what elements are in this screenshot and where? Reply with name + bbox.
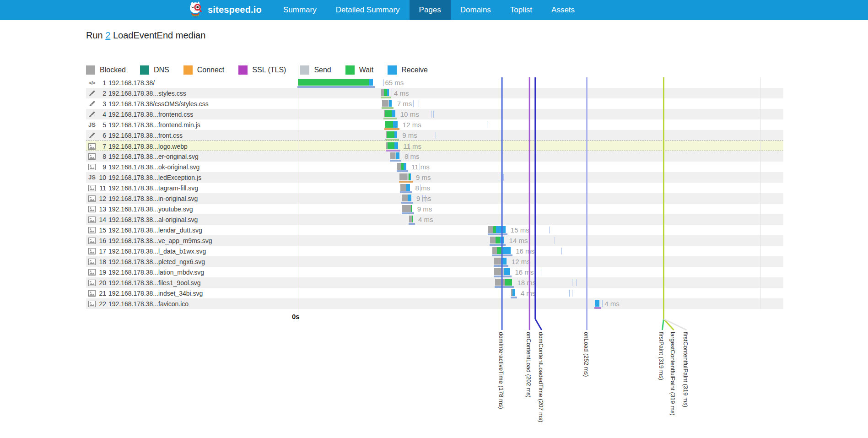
request-total-time: 9 ms bbox=[402, 131, 417, 139]
bar-segment-receive[interactable] bbox=[392, 110, 395, 117]
request-total-time: 15 ms bbox=[511, 226, 529, 234]
bar-segment-blocked[interactable] bbox=[400, 184, 406, 191]
bar-segment-receive[interactable] bbox=[496, 226, 506, 233]
event-tick bbox=[561, 248, 562, 254]
request-url: 192.168.178.38/ bbox=[108, 79, 155, 87]
bar-segment-receive[interactable] bbox=[504, 268, 510, 275]
image-icon bbox=[87, 195, 97, 202]
request-row-6[interactable]: 6192.168.178.38...front.css9 ms bbox=[86, 130, 783, 141]
event-tick bbox=[413, 100, 414, 107]
request-row-1[interactable]: </>1192.168.178.38/65 ms bbox=[86, 77, 783, 88]
bar-segment-blocked[interactable] bbox=[390, 152, 395, 159]
blocked-swatch-icon bbox=[86, 65, 95, 75]
bar-segment-receive[interactable] bbox=[410, 173, 411, 180]
request-row-13[interactable]: 13192.168.178.38...youtube.svg9 ms bbox=[86, 204, 783, 214]
bar-segment-blocked[interactable] bbox=[492, 247, 497, 254]
waterfall-chart: </>1192.168.178.38/65 ms2192.168.178.38.… bbox=[86, 77, 783, 438]
bar-segment-wait[interactable] bbox=[412, 216, 413, 222]
wait-swatch-icon bbox=[345, 65, 355, 75]
bar-segment-blocked[interactable] bbox=[490, 237, 496, 243]
request-row-7[interactable]: 7192.168.178.38...logo.webp11 ms bbox=[86, 141, 783, 151]
bar-segment-wait[interactable] bbox=[385, 110, 392, 117]
request-row-16[interactable]: 16192.168.178.38...ve_app_m9ms.svg14 ms bbox=[86, 235, 783, 246]
request-url: 192.168.178.38/cssOMS/styles.css bbox=[108, 100, 209, 108]
bar-segment-wait[interactable] bbox=[387, 131, 394, 138]
request-row-18[interactable]: 18192.168.178.38...pleted_ngx6.svg12 ms bbox=[86, 256, 783, 267]
request-number: 20 bbox=[97, 279, 106, 287]
bar-segment-receive[interactable] bbox=[406, 184, 410, 191]
request-row-19[interactable]: 19192.168.178.38...lation_mbdv.svg16 ms bbox=[86, 267, 783, 277]
bar-segment-blocked[interactable] bbox=[402, 195, 408, 201]
bar-segment-wait[interactable] bbox=[497, 247, 502, 254]
bar-segment-wait[interactable] bbox=[385, 121, 393, 128]
request-row-9[interactable]: 9192.168.178.38...ok-original.svg11 ms bbox=[86, 162, 783, 172]
bar-segment-receive[interactable] bbox=[502, 247, 511, 254]
content-type-underline-svg bbox=[488, 233, 507, 235]
bar-segment-receive[interactable] bbox=[501, 258, 507, 265]
request-row-3[interactable]: 3192.168.178.38/cssOMS/styles.css7 ms bbox=[86, 98, 783, 109]
content-type-underline-svg bbox=[390, 160, 401, 162]
nav-item-summary[interactable]: Summary bbox=[274, 0, 326, 20]
bar-segment-blocked[interactable] bbox=[399, 173, 408, 180]
bar-segment-blocked[interactable] bbox=[488, 226, 493, 233]
nav-item-domains[interactable]: Domains bbox=[451, 0, 501, 20]
bar-segment-wait[interactable] bbox=[505, 279, 512, 286]
brand-name: sitespeed.io bbox=[208, 5, 262, 15]
bar-segment-wait[interactable] bbox=[384, 89, 388, 96]
bar-segment-receive[interactable] bbox=[512, 289, 515, 296]
request-row-15[interactable]: 15192.168.178.38...lendar_dutt.svg15 ms bbox=[86, 225, 783, 235]
bar-segment-blocked[interactable] bbox=[495, 279, 505, 286]
bar-segment-blocked[interactable] bbox=[397, 163, 401, 170]
image-icon bbox=[87, 238, 97, 244]
bar-segment-receive[interactable] bbox=[500, 237, 504, 243]
request-url: 192.168.178.38...tagram-fill.svg bbox=[108, 184, 198, 192]
request-row-4[interactable]: 4192.168.178.38...frontend.css10 ms bbox=[86, 109, 783, 119]
nav-item-detailed-summary[interactable]: Detailed Summary bbox=[326, 0, 410, 20]
bar-segment-blocked[interactable] bbox=[494, 268, 503, 275]
request-row-20[interactable]: 20192.168.178.38...files1_9ool.svg18 ms bbox=[86, 277, 783, 288]
request-row-12[interactable]: 12192.168.178.38...in-original.svg9 ms bbox=[86, 193, 783, 204]
bar-segment-blocked[interactable] bbox=[494, 258, 501, 265]
bar-segment-receive[interactable] bbox=[396, 152, 399, 159]
request-number: 4 bbox=[97, 111, 106, 118]
request-row-22[interactable]: 22192.168.178.38...favicon.ico4 ms bbox=[86, 298, 783, 309]
bar-segment-wait[interactable] bbox=[298, 79, 369, 86]
bar-segment-receive[interactable] bbox=[394, 142, 398, 149]
bar-segment-receive[interactable] bbox=[408, 195, 411, 201]
content-type-underline-svg bbox=[495, 286, 514, 288]
bar-segment-receive[interactable] bbox=[369, 79, 373, 86]
run-number-link[interactable]: 2 bbox=[105, 30, 110, 40]
request-row-11[interactable]: 11192.168.178.38...tagram-fill.svg8 ms bbox=[86, 183, 783, 193]
bar-segment-wait[interactable] bbox=[496, 237, 500, 243]
request-label: 4192.168.178.38...frontend.css bbox=[87, 109, 193, 119]
waterfall-legend: BlockedDNSConnectSSL (TLS)SendWaitReceiv… bbox=[86, 65, 783, 75]
request-row-2[interactable]: 2192.168.178.38...styles.css4 ms bbox=[86, 88, 783, 98]
metric-label-oncontentload: onContentLoad (202 ms) bbox=[525, 332, 532, 398]
nav-item-assets[interactable]: Assets bbox=[542, 0, 584, 20]
request-row-10[interactable]: JS10192.168.178.38...ledException.js9 ms bbox=[86, 172, 783, 183]
bar-segment-receive[interactable] bbox=[389, 100, 392, 107]
request-label: 6192.168.178.38...front.css bbox=[87, 130, 183, 141]
brand[interactable]: sitespeed.io bbox=[187, 0, 274, 20]
bar-segment-receive[interactable] bbox=[595, 300, 599, 307]
bar-segment-wait[interactable] bbox=[411, 205, 412, 212]
image-icon bbox=[87, 206, 97, 212]
request-row-21[interactable]: 21192.168.178.38...indset_34bi.svg4 ms bbox=[86, 288, 783, 298]
nav-item-pages[interactable]: Pages bbox=[410, 0, 451, 20]
bar-segment-wait[interactable] bbox=[388, 142, 394, 149]
request-url: 192.168.178.38...front.css bbox=[108, 132, 183, 139]
nav-item-toplist[interactable]: Toplist bbox=[501, 0, 542, 20]
event-tick bbox=[569, 290, 570, 297]
request-row-5[interactable]: JS5192.168.178.38...frontend.min.js12 ms bbox=[86, 119, 783, 130]
request-row-17[interactable]: 17192.168.178.38...l_data_b1wx.svg16 ms bbox=[86, 246, 783, 256]
bar-segment-blocked[interactable] bbox=[402, 205, 411, 212]
bar-segment-receive[interactable] bbox=[387, 89, 388, 96]
bar-segment-receive[interactable] bbox=[393, 121, 397, 128]
bar-segment-receive[interactable] bbox=[404, 163, 406, 170]
bar-segment-receive[interactable] bbox=[394, 131, 397, 138]
bar-segment-blocked[interactable] bbox=[382, 100, 388, 107]
request-url: 192.168.178.38...frontend.css bbox=[108, 111, 193, 118]
request-row-8[interactable]: 8192.168.178.38...er-original.svg8 ms bbox=[86, 151, 783, 162]
request-row-14[interactable]: 14192.168.178.38...al-original.svg4 ms bbox=[86, 214, 783, 225]
content-type-underline-image bbox=[594, 307, 601, 309]
